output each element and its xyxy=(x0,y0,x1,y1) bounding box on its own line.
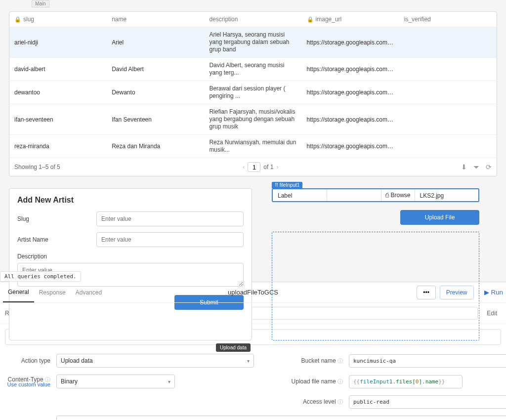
browse-button[interactable]: ⎙ Browse xyxy=(381,189,415,201)
chevron-down-icon: ▾ xyxy=(168,379,170,384)
cell-image_url: https://storage.googleapis.com/kuncim... xyxy=(302,135,399,158)
use-custom-value-link[interactable]: Use custom value xyxy=(0,381,54,387)
table-row[interactable]: david-albertDavid AlbertDavid Albert, se… xyxy=(9,58,497,81)
artist-name-input[interactable] xyxy=(96,232,244,247)
cell-slug: dewantoo xyxy=(9,81,107,104)
add-artist-form: Add New Artist Slug Artist Name Descript… xyxy=(9,188,252,340)
filter-icon[interactable]: ⏷ xyxy=(473,163,480,171)
desc-label: Description xyxy=(17,253,244,260)
refresh-icon[interactable]: ⟳ xyxy=(486,163,492,171)
upload-file-button[interactable]: Upload File xyxy=(400,210,479,225)
query-title: uploadFileToGCS xyxy=(228,289,278,296)
cell-image_url: https://storage.googleapis.com/kuncim... xyxy=(302,27,399,58)
tab-advanced[interactable]: Advanced xyxy=(71,283,107,302)
cell-description: David Albert, seorang musisi yang terg..… xyxy=(204,58,301,81)
cell-is_verified xyxy=(399,58,497,81)
showing-text: Showing 1–5 of 5 xyxy=(14,164,60,170)
artist-name-label: Artist Name xyxy=(17,236,96,243)
run-button[interactable]: ▶ Run xyxy=(478,289,503,296)
component-tag[interactable]: ⠿ fileInput1 xyxy=(272,182,302,188)
file-input-component: Label ⎙ Browse LKS2.jpg xyxy=(272,188,479,202)
lock-icon: 🔒 xyxy=(307,16,314,22)
cell-is_verified xyxy=(399,104,497,135)
action-type-label: Action type xyxy=(0,357,54,364)
bucket-input[interactable]: kuncimusic-qa xyxy=(349,354,506,368)
col-is_verified[interactable]: is_verified xyxy=(399,12,497,27)
status-line: All queries completed. xyxy=(0,271,81,282)
action-type-select[interactable]: Upload data ▾ Upload data xyxy=(56,354,254,368)
access-level-label: Access level ⓘ xyxy=(278,398,347,406)
col-description[interactable]: description xyxy=(204,12,301,27)
browse-icon: ⎙ xyxy=(385,192,389,199)
cell-image_url: https://storage.googleapis.com/kuncim... xyxy=(302,58,399,81)
cell-is_verified xyxy=(399,81,497,104)
file-area: ⠿ fileInput1 Label ⎙ Browse LKS2.jpg Upl… xyxy=(272,181,497,340)
chevron-down-icon: ▾ xyxy=(247,358,250,364)
content-type-select[interactable]: Binary ▾ xyxy=(56,375,175,388)
cell-name: Ariel xyxy=(107,27,204,58)
cell-name: Ifan Seventeen xyxy=(107,104,204,135)
cell-image_url: https://storage.googleapis.com/kuncim... xyxy=(302,104,399,135)
prev-page-icon[interactable]: ‹ xyxy=(243,164,245,170)
slug-label: Slug xyxy=(17,215,96,222)
play-icon: ▶ xyxy=(484,289,489,296)
cell-is_verified xyxy=(399,135,497,158)
lock-icon: 🔒 xyxy=(14,16,21,22)
cell-name: Dewanto xyxy=(107,81,204,104)
more-button[interactable]: ••• xyxy=(417,286,436,299)
tab-general[interactable]: General xyxy=(3,283,34,302)
table-row[interactable]: reza-mirandaReza dan MirandaReza Nurwian… xyxy=(9,135,497,158)
cell-slug: reza-miranda xyxy=(9,135,107,158)
cell-description: Riefian Fajarsyah, musisi/vokalis yang b… xyxy=(204,104,301,135)
cell-description: Ariel Harsya, seorang musisi yang tergab… xyxy=(204,27,301,58)
next-page-icon[interactable]: › xyxy=(276,164,278,170)
form-title: Add New Artist xyxy=(17,196,244,205)
cell-description: Berawal dari session player ( pengiring … xyxy=(204,81,301,104)
page-input[interactable] xyxy=(248,162,260,172)
canvas-area: Main 🔒slugnamedescription🔒image_urlis_ve… xyxy=(0,0,506,282)
tab-response[interactable]: Response xyxy=(34,283,71,302)
cell-image_url: https://storage.googleapis.com/kuncim... xyxy=(302,81,399,104)
cell-slug: david-albert xyxy=(9,58,107,81)
action-type-tooltip: Upload data xyxy=(216,343,251,352)
slug-input[interactable] xyxy=(96,211,244,226)
cell-is_verified xyxy=(399,27,497,58)
cell-slug: ifan-seventeen xyxy=(9,104,107,135)
pager: ‹ of 1 › xyxy=(243,162,278,172)
table-row[interactable]: dewantooDewantoBerawal dari session play… xyxy=(9,81,497,104)
query-panel: General Response Advanced uploadFileToGC… xyxy=(0,282,506,420)
bucket-label: Bucket name ⓘ xyxy=(278,357,347,365)
table-row[interactable]: ariel-nidjiArielAriel Harsya, seorang mu… xyxy=(9,27,497,58)
fileinput-label: Label xyxy=(273,189,327,201)
upload-file-name-label: Upload file name ⓘ xyxy=(278,378,347,385)
artists-table: 🔒slugnamedescription🔒image_urlis_verifie… xyxy=(9,11,497,176)
cell-name: Reza dan Miranda xyxy=(107,135,204,158)
col-name[interactable]: name xyxy=(107,12,204,27)
table-footer: Showing 1–5 of 5 ‹ of 1 › ⬇ ⏷ ⟳ xyxy=(9,158,497,176)
cell-description: Reza Nurwiansyah, memulai dun musik... xyxy=(204,135,301,158)
page-of: of 1 xyxy=(263,164,273,170)
selected-filename: LKS2.jpg xyxy=(415,189,479,201)
access-level-input[interactable]: public-read xyxy=(349,395,506,409)
cell-name: David Albert xyxy=(107,58,204,81)
upload-data-input[interactable]: {{fileInput1.value[0]}} xyxy=(56,416,506,420)
preview-button[interactable]: Preview xyxy=(440,286,474,299)
main-tab[interactable]: Main xyxy=(32,0,49,7)
col-slug[interactable]: 🔒slug xyxy=(9,12,107,27)
download-icon[interactable]: ⬇ xyxy=(461,163,467,171)
cell-slug: ariel-nidji xyxy=(9,27,107,58)
upload-file-name-input[interactable]: {{fileInput1.files[0].name}} xyxy=(349,375,463,388)
table-row[interactable]: ifan-seventeenIfan SeventeenRiefian Faja… xyxy=(9,104,497,135)
col-image_url[interactable]: 🔒image_url xyxy=(302,12,399,27)
